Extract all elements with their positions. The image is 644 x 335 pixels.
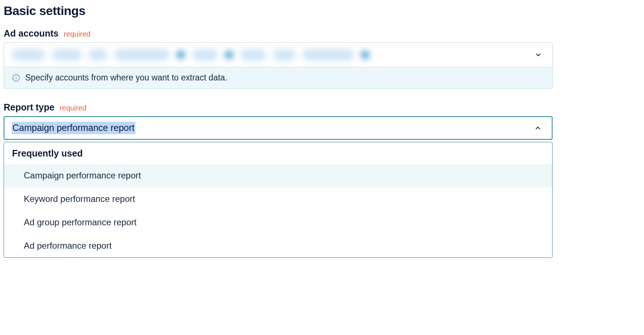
dropdown-option[interactable]: Campaign performance report xyxy=(4,164,552,187)
page-title: Basic settings xyxy=(4,4,553,18)
ad-accounts-selected-chips xyxy=(12,49,369,60)
dropdown-option[interactable]: Ad group performance report xyxy=(4,211,552,234)
report-type-select[interactable]: Campaign performance report xyxy=(4,116,553,140)
report-type-label-row: Report type required xyxy=(4,102,553,113)
chevron-up-icon xyxy=(534,124,542,132)
required-tag: required xyxy=(64,30,90,38)
svg-point-2 xyxy=(16,76,16,76)
report-type-dropdown: Frequently used Campaign performance rep… xyxy=(4,142,553,258)
required-tag: required xyxy=(60,104,86,112)
report-type-selected-value: Campaign performance report xyxy=(12,122,135,134)
ad-accounts-label: Ad accounts xyxy=(4,28,59,39)
dropdown-option[interactable]: Keyword performance report xyxy=(4,187,552,211)
ad-accounts-hint-text: Specify accounts from where you want to … xyxy=(25,73,227,83)
ad-accounts-hint: Specify accounts from where you want to … xyxy=(4,67,553,89)
info-icon xyxy=(12,74,20,82)
chevron-down-icon xyxy=(535,51,542,59)
dropdown-option[interactable]: Ad performance report xyxy=(4,234,552,257)
report-type-label: Report type xyxy=(4,102,55,113)
dropdown-group-header: Frequently used xyxy=(4,142,552,164)
ad-accounts-label-row: Ad accounts required xyxy=(4,28,553,39)
ad-accounts-select[interactable] xyxy=(4,42,553,67)
